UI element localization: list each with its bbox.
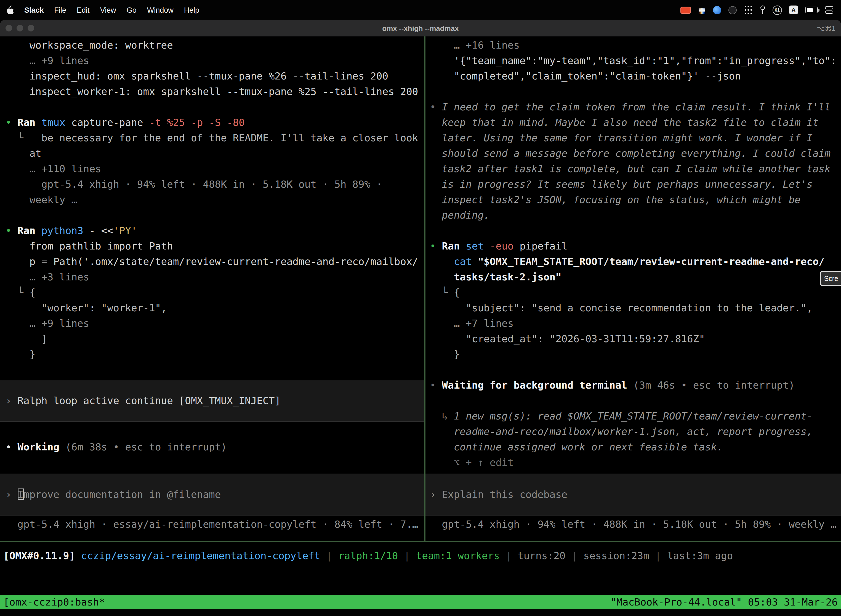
menu-item-edit[interactable]: Edit [77,6,90,14]
terminal-line: … +9 lines [6,53,424,69]
menu-item-slack[interactable]: Slack [24,6,44,14]
text-segment: } [6,348,35,360]
text-segment: at [6,147,41,159]
text-segment: (6m 38s • esc to interrupt) [65,441,227,453]
tmux-status-bar: [omx-cczip0:bash* "MacBook-Pro-44.local"… [0,595,841,609]
terminal-line: … +9 lines [6,316,424,331]
screen-recording-icon[interactable] [680,6,691,13]
terminal-line: cat "$OMX_TEAM_STATE_ROOT/team/review-cu… [430,254,841,269]
input-source-icon[interactable]: A [789,6,798,14]
terminal-line: • Ran set -euo pipefail [430,238,841,254]
close-button[interactable] [6,25,12,31]
prompt-suggestion-text: › Explain this codebase [430,487,568,502]
text-segment: workspace_mode: worktree [6,39,173,51]
menu-item-window[interactable]: Window [147,6,174,14]
key-head [760,6,765,10]
text-segment: I [18,488,23,500]
model-status-left: gpt-5.4 xhigh · essay/ai-reimplementatio… [0,517,424,532]
battery-icon[interactable] [805,7,818,13]
battery-percent-badge[interactable]: 61 [772,5,782,15]
terminal-line: ↳ 1 new msg(s): read $OMX_TEAM_STATE_ROO… [430,408,841,424]
title-bar[interactable]: omx --xhigh --madmax ⌥⌘1 [0,20,841,37]
traffic-lights [6,20,34,37]
text-segment: [OMX#0.11.9] [3,550,81,561]
minimize-button[interactable] [16,25,23,31]
menu-item-file[interactable]: File [54,6,66,14]
terminal-line: └ { [430,285,841,300]
text-segment: ⌥ + ↑ edit [430,456,513,468]
prompt-input[interactable]: › Improve documentation in @filename [0,474,424,516]
dots-grid-icon[interactable] [744,6,753,14]
terminal-line: gpt-5.4 xhigh · 94% left · 488K in · 5.1… [6,177,424,192]
terminal-line: weekly … [6,192,424,208]
text-segment: … +3 lines [6,271,89,283]
text-segment: keep that in mind. Maybe I also need the… [430,116,819,128]
inject-banner: › Ralph loop active continue [OMX_TMUX_I… [0,380,424,422]
terminal-line: └ { [6,285,424,300]
text-segment: … +9 lines [6,55,89,66]
text-segment: | [649,550,667,561]
menu-item-help[interactable]: Help [184,6,199,14]
text-segment: python3 [41,224,84,236]
text-segment: Waiting for background terminal [442,379,633,391]
text-segment: pipefail [520,240,567,252]
terminal-line [430,84,841,99]
text-segment: tmux [41,116,71,128]
terminal-line: • Ran tmux capture-pane -t %25 -p -S -80 [6,115,424,130]
omx-status-bar: [OMX#0.11.9] cczip/essay/ai-reimplementa… [3,548,841,563]
text-segment: tasks/task-2.json" [430,271,561,283]
terminal-line: from pathlib import Path [6,238,424,254]
text-segment: | [398,550,416,561]
text-segment: Ralph loop active continue [OMX_TMUX_INJ… [18,395,281,406]
text-segment: Ran [442,240,466,252]
toggle-pill [825,6,833,9]
text-segment: gpt-5.4 xhigh · 94% left · 488K in · 5.1… [6,178,382,190]
terminal-line: at [6,146,424,161]
text-segment: { [29,286,35,298]
prompt-suggestion[interactable]: › Explain this codebase [425,474,841,516]
menu-item-view[interactable]: View [100,6,116,14]
text-segment: Working [18,441,65,453]
text-segment: | [500,550,518,561]
pane-right[interactable]: … +16 lines '{"team_name":"my-team","tas… [425,37,841,541]
terminal-line: workspace_mode: worktree [6,38,424,53]
text-segment: last:3m ago [667,550,733,561]
terminal-line: readme-and-reco/mailbox/worker-1.json, a… [430,424,841,439]
terminal-line: • Ran python3 - <<'PY' [6,223,424,238]
menu-bar: Slack File Edit View Go Window Help ▦ 61… [0,0,841,20]
text-segment: inspect task2's JSON, focusing on the st… [430,194,801,205]
text-segment: "worker": "worker-1", [6,302,167,314]
scrollback-right: … +16 lines '{"team_name":"my-team","tas… [425,38,841,470]
grid-icon[interactable]: ▦ [698,6,706,14]
dark-app-icon[interactable] [728,6,737,14]
text-segment: ↳ [430,410,454,422]
text-segment: session:23m [583,550,649,561]
text-segment: '{"team_name":"my-team","task_id":"1","f… [430,55,837,66]
terminal-line: "completed","claim_token":"claim-token"}… [430,69,841,84]
terminal-line: … +110 lines [6,161,424,177]
text-segment: set [466,240,490,252]
text-segment: › [6,488,18,500]
terminal-line: • Waiting for background terminal (3m 46… [430,378,841,393]
text-segment: • [430,240,442,252]
prompt-input-text: › Improve documentation in @filename [6,487,221,502]
blue-app-icon[interactable] [713,6,721,14]
terminal-line: • I need to get the claim token from the… [430,99,841,115]
key-icon[interactable] [760,6,765,14]
tmux-session-label: [omx-cczip0:bash* [3,595,105,609]
text-segment: be necessary for the end of the README. … [41,132,418,144]
working-status: • Working (6m 38s • esc to interrupt) [0,439,424,455]
pane-left[interactable]: workspace_mode: worktree … +9 lines insp… [0,37,424,541]
apple-menu[interactable] [7,6,14,14]
text-segment: mprove documentation in @filename [23,488,221,500]
control-center-icon[interactable] [825,6,833,14]
menu-item-go[interactable]: Go [127,6,136,14]
zoom-button[interactable] [28,25,34,31]
text-segment: Ran [18,224,41,236]
text-segment: └ [6,132,41,144]
text-segment: -t %25 -p -S -80 [149,116,245,128]
text-segment: … +7 lines [430,317,513,329]
terminal-line: … +16 lines [430,38,841,53]
text-segment: Ran [18,116,41,128]
model-status-right: gpt-5.4 xhigh · 94% left · 488K in · 5.1… [425,517,841,532]
